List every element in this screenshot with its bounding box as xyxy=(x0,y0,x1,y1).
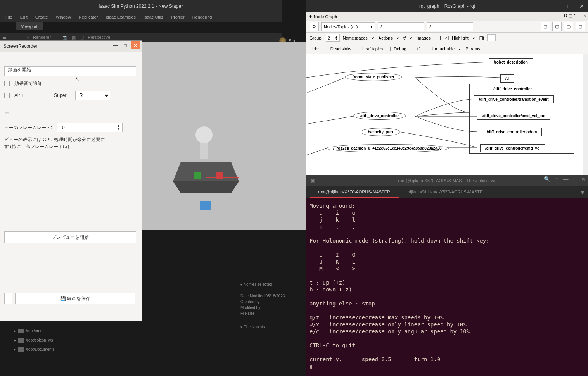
menu-replicator[interactable]: Replicator xyxy=(76,14,101,20)
tab-btn[interactable]: D xyxy=(564,13,567,18)
terminal-titlebar[interactable]: ▣ root@hijikata-X570-AORUS-MASTER: ~/col… xyxy=(306,175,588,186)
alt-label: Alt + xyxy=(14,93,24,98)
mode-dropdown[interactable]: Nodes/Topics (all)▾ xyxy=(321,22,375,31)
perspective-dropdown[interactable]: Perspective xyxy=(88,35,110,40)
record-start-input[interactable]: 録画を開始 ↖ xyxy=(4,66,136,76)
renderer-dropdown[interactable]: Renderer xyxy=(33,35,51,40)
sub-item[interactable]: ⟳ xyxy=(26,35,29,40)
menu-isaac-utils[interactable]: Isaac Utils xyxy=(140,14,166,20)
file-row[interactable]: ▸/root/Documents xyxy=(6,345,138,354)
maximize-button[interactable]: □ xyxy=(565,2,574,10)
tb-button[interactable]: ▢ xyxy=(541,22,550,31)
refresh-button[interactable]: ⟳ xyxy=(310,22,319,31)
tab-btn[interactable]: — xyxy=(578,13,582,18)
tb-button[interactable]: ▢ xyxy=(564,22,573,31)
highlight-checkbox[interactable] xyxy=(444,36,449,40)
menu-icon[interactable]: ≡ xyxy=(555,176,558,182)
framerate-label: ューのフレームレート: xyxy=(4,124,52,131)
search-icon[interactable]: 🔍 xyxy=(544,176,550,182)
node-robot-state-publisher[interactable]: /robot_state_publisher xyxy=(345,73,402,81)
extra-button[interactable] xyxy=(4,293,12,304)
menu-rendering[interactable]: Rendering xyxy=(189,14,215,20)
save-button[interactable]: 💾 録画を保存 xyxy=(15,293,135,304)
file-tree: ▸/root/omni ▸/root/colcon_ws ▸/root/Docu… xyxy=(6,326,138,354)
color-swatch[interactable] xyxy=(487,34,496,41)
filter-2-input[interactable] xyxy=(427,22,473,31)
close-button[interactable]: ✕ xyxy=(131,41,140,49)
leaf-topics-checkbox[interactable] xyxy=(355,47,359,51)
node-velocity-pub[interactable]: /velocity_pub xyxy=(361,128,400,136)
tab-dropdown[interactable]: ▾ xyxy=(581,189,584,196)
fit-checkbox[interactable] xyxy=(472,36,476,40)
terminal-icon: ▣ xyxy=(311,178,315,183)
group-spinner[interactable]: 2▲▼ xyxy=(326,34,340,42)
filter-1-input[interactable] xyxy=(378,22,424,31)
close-button[interactable]: ✕ xyxy=(577,2,586,10)
maximize-button[interactable]: □ xyxy=(573,176,576,182)
screenrecorder-title: ScreenRecorder xyxy=(3,43,37,49)
menu-create[interactable]: Create xyxy=(32,14,51,20)
menu-file[interactable]: File xyxy=(2,14,16,20)
note-line-1: ビューの表示には CPU 処理時間が余分に必要に xyxy=(4,136,138,143)
minimize-button[interactable]: — xyxy=(111,41,120,49)
sub-item[interactable]: ▢ xyxy=(80,35,84,40)
topic-robot-description[interactable]: /robot_description xyxy=(489,58,533,66)
minimize-button[interactable]: — xyxy=(552,2,562,10)
alt-checkbox[interactable] xyxy=(4,93,10,98)
sub-item[interactable]: |▯| xyxy=(72,35,76,40)
rqt-tab-label[interactable]: Node Graph xyxy=(314,14,337,19)
viewport-tab[interactable]: Viewport xyxy=(16,22,43,30)
rqt-titlebar: rqt_graph__RosGraph - rqt — □ ✕ xyxy=(306,0,588,12)
tab-btn[interactable]: ? xyxy=(574,13,576,18)
terminal-tab-1[interactable]: root@hijikata-X570-AORUS-MASTER: xyxy=(310,187,399,198)
images-checkbox[interactable] xyxy=(409,36,413,40)
preview-button[interactable]: プレビューを開始 xyxy=(4,231,136,243)
tb-button[interactable]: ▢ xyxy=(576,22,585,31)
actions-checkbox[interactable] xyxy=(371,36,375,40)
screenrecorder-titlebar[interactable]: ScreenRecorder — □ ✕ xyxy=(0,41,142,52)
topic-transition[interactable]: /diff_drive_controller/transition_event xyxy=(474,95,554,103)
minimize-button[interactable]: — xyxy=(563,176,569,182)
menu-window[interactable]: Window xyxy=(53,14,74,20)
notify-checkbox[interactable] xyxy=(4,81,10,86)
maximize-button[interactable]: □ xyxy=(121,41,130,49)
rqt-graph-canvas[interactable]: /robot_state_publisher /diff_drive_contr… xyxy=(306,54,586,175)
opt-label: tf xyxy=(403,36,406,40)
terminal-title: root@hijikata-X570-AORUS-MASTER: ~/colco… xyxy=(398,178,496,183)
topic-tf[interactable]: /tf xyxy=(500,74,514,83)
tab-btn[interactable]: ○ xyxy=(584,13,586,18)
tb-button[interactable]: ▢ xyxy=(552,22,562,31)
dead-sinks-checkbox[interactable] xyxy=(323,47,327,51)
file-row[interactable]: ▸/root/colcon_ws xyxy=(6,336,138,345)
tab-btn[interactable]: ▢ xyxy=(569,13,572,18)
node-ros2cli-daemon[interactable]: /_ros2cli_daemon_0_41c2c62c1ce148c29c4a8… xyxy=(326,144,449,152)
isaac-3d-viewport[interactable] xyxy=(142,42,306,230)
cursor-icon: ↖ xyxy=(75,76,80,82)
close-button[interactable]: ✕ xyxy=(581,176,586,182)
unreachable-checkbox[interactable] xyxy=(423,47,427,51)
rqt-panel: ⚙ Node Graph D ▢ ? — ○ ⟳ Nodes/Topics (a… xyxy=(306,12,588,175)
menu-profiler[interactable]: Profiler xyxy=(168,14,188,20)
params-checkbox[interactable] xyxy=(458,47,462,51)
sub-item[interactable]: ☰ xyxy=(2,35,6,40)
file-size: File size xyxy=(240,310,306,316)
super-checkbox[interactable] xyxy=(44,93,49,98)
node-diff-drive-controller[interactable]: /diff_drive_controller xyxy=(353,112,406,120)
topic-odom[interactable]: /diff_drive_controller/odom xyxy=(482,128,542,136)
camera-icon[interactable]: 📷 xyxy=(62,35,68,40)
menu-edit[interactable]: Edit xyxy=(17,14,31,20)
svg-point-0 xyxy=(195,126,213,143)
topic-cmd-vel-out[interactable]: /diff_drive_controller/cmd_vel_out xyxy=(477,112,550,120)
tf-checkbox[interactable] xyxy=(396,36,400,40)
file-row[interactable]: ▸/root/omni xyxy=(6,326,138,336)
framerate-spinner[interactable]: 10 ▲▼ xyxy=(57,123,123,132)
hotkey-select[interactable]: R xyxy=(75,91,110,100)
terminal-output[interactable]: Moving around: u i o j k l m , . For Hol… xyxy=(306,198,588,374)
scrollbar[interactable] xyxy=(583,54,588,175)
terminal-tab-2[interactable]: hijikata@hijikata-X570-AORUS-MASTE xyxy=(400,187,490,198)
tf-hide-checkbox[interactable] xyxy=(410,47,414,51)
topic-cmd-vel[interactable]: /diff_drive_controller/cmd_vel xyxy=(480,144,545,152)
menu-isaac-examples[interactable]: Isaac Examples xyxy=(102,14,139,20)
screenrecorder-window: ScreenRecorder — □ ✕ 録画を開始 ↖ 効果音で通知 Alt … xyxy=(0,40,142,321)
debug-checkbox[interactable] xyxy=(386,47,391,51)
